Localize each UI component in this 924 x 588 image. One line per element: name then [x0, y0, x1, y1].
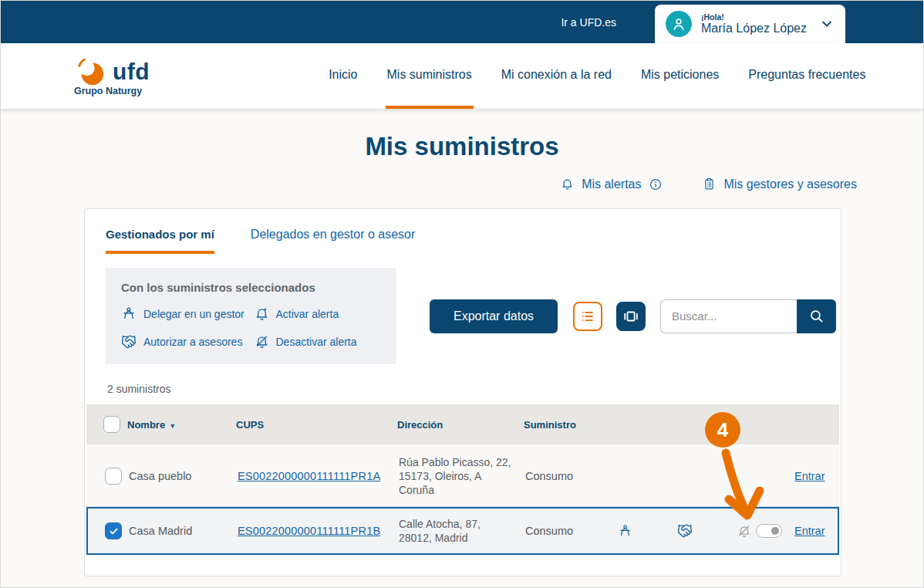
go-to-ufd-link[interactable]: Ir a UFD.es — [561, 16, 616, 29]
bulk-panel-title: Con los suministros seleccionados — [121, 281, 381, 294]
card-view-icon — [622, 308, 639, 325]
info-icon[interactable] — [649, 177, 663, 191]
search-button[interactable] — [797, 299, 836, 333]
delegate-manager-row-button[interactable] — [618, 524, 632, 539]
bell-dot-icon — [255, 306, 269, 322]
nav-item-preguntas[interactable]: Preguntas frecuentes — [747, 43, 867, 109]
activate-alert-label[interactable]: Activar alerta — [276, 308, 339, 320]
search-icon — [808, 308, 825, 324]
column-header-nombre[interactable]: Nombre▼ — [127, 419, 236, 431]
activate-alert-action[interactable]: Activar alerta — [255, 306, 382, 322]
delegate-manager-action[interactable]: Delegar en un gestor — [121, 306, 248, 322]
toggle-knob — [771, 527, 779, 535]
supply-address: Rúa Pablo Picasso, 22, 15173, Oleiros, A… — [399, 455, 525, 498]
table-row-selected: Casa Madrid ES0022000000111111PR1B Calle… — [86, 507, 839, 555]
user-menu[interactable]: ¡Hola! María López López — [655, 5, 845, 43]
supply-type: Consumo — [525, 470, 610, 482]
bell-slash-icon — [255, 334, 269, 350]
top-bar: Ir a UFD.es ¡Hola! María López López — [1, 1, 923, 43]
tabs: Gestionados por mí Delegados en gestor o… — [85, 228, 841, 254]
authorize-advisors-label[interactable]: Autorizar a asesores — [143, 336, 242, 348]
page-title: Mis suministros — [1, 132, 923, 161]
column-header-direccion: Dirección — [397, 419, 524, 431]
authorize-advisors-row-button[interactable] — [677, 523, 693, 539]
tab-gestionados-por-mi[interactable]: Gestionados por mí — [106, 228, 214, 254]
nav-item-mis-suministros[interactable]: Mis suministros — [386, 43, 474, 109]
logo-subtext: Grupo Naturgy — [74, 86, 150, 96]
main-nav: Inicio Mis suministros Mi conexión a la … — [327, 43, 867, 109]
results-count: 2 suministros — [107, 383, 841, 395]
deactivate-alert-action[interactable]: Desactivar alerta — [255, 334, 382, 350]
enter-link[interactable]: Entrar — [794, 525, 825, 537]
list-view-icon — [579, 308, 596, 325]
column-header-suministro: Suministro — [524, 419, 609, 431]
my-managers-link[interactable]: Mis gestores y asesores — [703, 177, 857, 191]
delegate-manager-label[interactable]: Delegar en un gestor — [143, 308, 244, 320]
check-icon — [108, 525, 120, 537]
authorize-advisors-action[interactable]: Autorizar a asesores — [121, 334, 248, 350]
bell-slash-icon — [737, 524, 751, 539]
export-data-button[interactable]: Exportar datos — [430, 299, 558, 333]
row-action-icons — [610, 523, 782, 539]
main-header: ufd Grupo Naturgy Inicio Mis suministros… — [1, 43, 923, 109]
user-greeting: ¡Hola! — [701, 12, 807, 22]
deactivate-alert-label[interactable]: Desactivar alerta — [276, 336, 357, 348]
bulk-actions-panel: Con los suministros seleccionados Delega… — [106, 268, 396, 364]
column-header-cups: CUPS — [236, 419, 397, 431]
supplies-card: Gestionados por mí Delegados en gestor o… — [84, 208, 841, 576]
supply-name: Casa Madrid — [129, 525, 238, 537]
handshake-icon — [121, 334, 137, 350]
avatar — [666, 11, 692, 37]
cups-link[interactable]: ES0022000000111111PR1A — [238, 470, 380, 482]
clipboard-icon — [703, 177, 716, 191]
person-desk-icon — [618, 524, 632, 539]
my-alerts-label[interactable]: Mis alertas — [582, 177, 641, 191]
chevron-down-icon[interactable] — [819, 16, 835, 32]
nav-item-mi-conexion[interactable]: Mi conexión a la red — [500, 43, 613, 109]
alert-toggle[interactable] — [756, 524, 782, 538]
handshake-icon — [677, 523, 693, 539]
app-window: Ir a UFD.es ¡Hola! María López López — [0, 0, 924, 588]
nav-item-inicio[interactable]: Inicio — [327, 43, 359, 109]
ufd-crescent-icon — [74, 56, 108, 87]
supply-type: Consumo — [525, 525, 610, 537]
ufd-logo[interactable]: ufd Grupo Naturgy — [74, 43, 150, 109]
alert-toggle-control[interactable] — [737, 524, 782, 539]
user-icon — [670, 15, 687, 32]
cups-link[interactable]: ES0022000000111111PR1B — [238, 525, 380, 537]
card-view-button[interactable] — [616, 302, 646, 331]
row-checkbox[interactable] — [105, 468, 122, 485]
tab-delegados[interactable]: Delegados en gestor o asesor — [251, 228, 415, 254]
table-row: Casa pueblo ES0022000000111111PR1A Rúa P… — [86, 444, 839, 507]
my-alerts-link[interactable]: Mis alertas — [561, 177, 663, 191]
select-all-checkbox[interactable] — [103, 416, 120, 433]
search-input[interactable] — [660, 299, 797, 333]
step-4-badge: 4 — [705, 412, 740, 448]
logo-text: ufd — [113, 59, 150, 85]
sort-desc-icon[interactable]: ▼ — [169, 422, 176, 430]
user-name: María López López — [701, 22, 807, 35]
user-text: ¡Hola! María López López — [701, 12, 807, 35]
bulk-toolbar-row: Con los suministros seleccionados Delega… — [85, 254, 841, 364]
my-managers-label[interactable]: Mis gestores y asesores — [723, 177, 857, 191]
supply-name: Casa pueblo — [129, 470, 238, 482]
toolbar: Exportar datos — [430, 299, 836, 333]
nav-item-mis-peticiones[interactable]: Mis peticiones — [639, 43, 720, 109]
supply-address: Calle Atocha, 87, 28012, Madrid — [399, 517, 525, 545]
quick-links: Mis alertas Mis gestores y asesores — [1, 177, 857, 191]
enter-link[interactable]: Entrar — [794, 470, 825, 482]
person-desk-icon — [121, 306, 137, 322]
list-view-button[interactable] — [573, 302, 602, 331]
bell-icon — [561, 177, 574, 191]
row-checkbox-checked[interactable] — [105, 522, 122, 539]
search-group — [660, 299, 836, 333]
